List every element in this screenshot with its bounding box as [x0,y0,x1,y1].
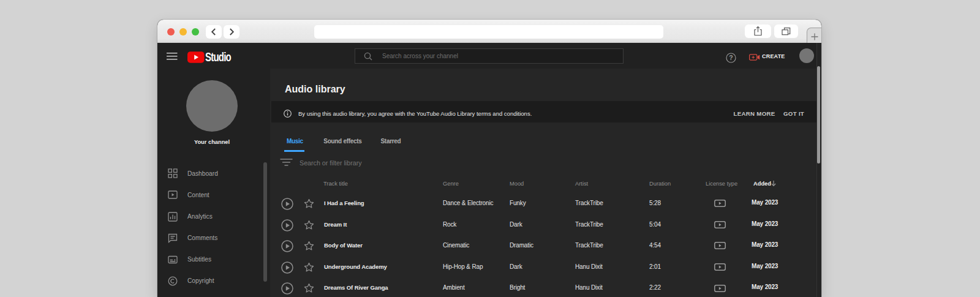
svg-text:?: ? [729,54,733,61]
